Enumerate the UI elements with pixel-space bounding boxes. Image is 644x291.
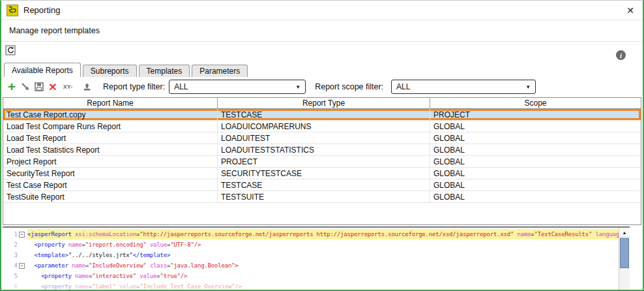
- float-panel-icon[interactable]: [5, 45, 16, 55]
- code-token: "true"/>: [160, 273, 188, 279]
- table-row[interactable]: Project ReportPROJECTGLOBAL: [3, 156, 641, 168]
- code-token: language: [596, 231, 619, 237]
- table-row[interactable]: Test Case Report.copyTESTCASEPROJECT: [3, 109, 641, 121]
- code-token: class: [150, 262, 167, 269]
- gutter-line: 6: [3, 281, 27, 290]
- cell-scope: GLOBAL: [430, 132, 641, 144]
- code-token: [27, 252, 34, 258]
- editor-gutter: 1−234−56: [3, 228, 27, 290]
- soapui-reporting-icon: [7, 5, 18, 16]
- window-title: Reporting: [23, 5, 60, 15]
- tab-subreports[interactable]: Subreports: [83, 65, 137, 77]
- editor-scrollbar[interactable]: ▲: [619, 228, 630, 290]
- reporting-window: Reporting ✕ Manage report templates i Av…: [0, 0, 644, 291]
- code-token: [27, 262, 34, 269]
- cell-scope: GLOBAL: [430, 191, 641, 202]
- cell-scope: GLOBAL: [430, 156, 641, 167]
- code-token: [27, 241, 34, 248]
- column-header-report-type[interactable]: Report Type: [218, 98, 430, 108]
- toolbar: + ✕ XY- Report type filter: ALL ▼: [5, 78, 643, 96]
- code-line: <property name="ireport.encoding" value=…: [27, 239, 619, 250]
- scrollbar-thumb[interactable]: [620, 238, 629, 268]
- stamp-icon[interactable]: [80, 80, 93, 93]
- cell-report-type: PROJECT: [218, 156, 430, 167]
- line-number: 2: [14, 241, 18, 248]
- code-token: "http://jasperreports.sourceforge.net/ja…: [139, 231, 514, 237]
- fold-slot: −: [18, 232, 26, 237]
- fold-collapse-icon[interactable]: −: [19, 232, 25, 237]
- code-line: <jasperReport xsi:schemaLocation="http:/…: [27, 229, 619, 239]
- code-token: <jasperReport: [27, 231, 75, 237]
- tab-parameters[interactable]: Parameters: [192, 65, 248, 77]
- column-header-scope[interactable]: Scope: [430, 98, 641, 108]
- code-token: [27, 273, 41, 279]
- report-type-filter-value: ALL: [174, 82, 188, 91]
- code-token: </template>: [133, 252, 170, 258]
- cell-report-name: Test Case Report: [3, 179, 218, 191]
- cell-scope: PROJECT: [430, 109, 641, 120]
- tab-available-reports[interactable]: Available Reports: [4, 63, 81, 77]
- cell-report-name: Load Test Statistics Report: [3, 144, 218, 155]
- report-scope-filter-label: Report scope filter:: [315, 82, 383, 91]
- xml-editor: 1−234−56 <jasperReport xsi:schemaLocatio…: [3, 226, 630, 290]
- code-token: value: [119, 283, 136, 290]
- code-token: name: [72, 262, 85, 269]
- code-token: "label": [92, 283, 116, 290]
- gutter-line: 3: [3, 250, 27, 260]
- code-line: <property name="interactive" value="true…: [27, 271, 619, 281]
- report-type-filter-label: Report type filter:: [103, 82, 165, 91]
- code-token: <parameter: [34, 262, 71, 269]
- editor-code-area[interactable]: <jasperReport xsi:schemaLocation="http:/…: [27, 228, 619, 290]
- delete-report-icon[interactable]: ✕: [46, 80, 59, 93]
- code-token: "IncludeOverview": [89, 262, 147, 269]
- add-report-icon[interactable]: +: [5, 80, 18, 93]
- save-icon[interactable]: [33, 80, 46, 93]
- table-row[interactable]: Load Test ReportLOADUITESTGLOBAL: [3, 132, 641, 144]
- code-line: <property name="label" value="Include Te…: [27, 281, 619, 290]
- table-row[interactable]: SecurityTest ReportSECURITYTESTCASEGLOBA…: [3, 168, 641, 179]
- code-line: <parameter name="IncludeOverview" class=…: [27, 260, 619, 271]
- code-token: "../../styles.jrtx": [68, 252, 133, 258]
- fold-collapse-icon[interactable]: −: [19, 263, 25, 269]
- subtitle-bar: Manage report templates: [1, 20, 643, 42]
- column-header-report-name[interactable]: Report Name: [3, 98, 218, 108]
- code-token: name: [75, 273, 89, 279]
- code-token: name: [68, 241, 82, 248]
- gutter-line: 1−: [3, 229, 27, 239]
- chevron-down-icon: ▼: [525, 84, 531, 90]
- cell-report-name: Project Report: [3, 156, 218, 167]
- gutter-line: 4−: [3, 260, 27, 271]
- code-token: name: [75, 283, 89, 290]
- table-body: Test Case Report.copyTESTCASEPROJECTLoad…: [3, 109, 641, 203]
- cell-report-name: TestSuite Report: [3, 191, 218, 202]
- table-row[interactable]: Load Test Statistics ReportLOADUITESTSTA…: [3, 144, 641, 156]
- cell-scope: GLOBAL: [430, 168, 641, 179]
- code-token: <property: [41, 273, 75, 279]
- code-line: <template>"../../styles.jrtx"</template>: [27, 250, 619, 260]
- report-scope-filter-select[interactable]: ALL ▼: [391, 80, 536, 94]
- code-token: [27, 283, 41, 290]
- table-row[interactable]: Test Case ReportTESTCASEGLOBAL: [3, 179, 641, 191]
- code-token: "TestCaseResults": [534, 231, 593, 237]
- parameters-xy-icon[interactable]: XY-: [60, 80, 76, 93]
- cell-report-type: LOADUICOMPARERUNS: [218, 121, 430, 132]
- cell-report-name: Test Case Report.copy: [3, 109, 218, 120]
- close-icon[interactable]: ✕: [626, 5, 634, 16]
- table-row[interactable]: TestSuite ReportTESTSUITEGLOBAL: [3, 191, 641, 203]
- clone-arrow-icon[interactable]: [19, 80, 32, 93]
- table-row[interactable]: Load Test Compare Runs ReportLOADUICOMPA…: [3, 121, 641, 132]
- table-header: Report Name Report Type Scope: [3, 98, 641, 109]
- report-type-filter-select[interactable]: ALL ▼: [169, 80, 306, 94]
- title-bar: Reporting ✕: [1, 1, 643, 20]
- cell-report-name: Load Test Compare Runs Report: [3, 121, 218, 132]
- code-token: <property: [34, 241, 68, 248]
- report-scope-filter-value: ALL: [396, 82, 410, 91]
- cell-report-name: Load Test Report: [3, 132, 218, 144]
- code-token: "Include Test Case Overview"/>: [139, 283, 242, 290]
- scroll-up-icon[interactable]: ▲: [619, 228, 630, 237]
- tab-templates[interactable]: Templates: [139, 65, 190, 77]
- cell-report-type: TESTCASE: [218, 179, 430, 191]
- cell-report-type: LOADUITESTSTATISTICS: [218, 144, 430, 155]
- cell-scope: GLOBAL: [430, 179, 641, 191]
- info-icon[interactable]: i: [616, 50, 626, 60]
